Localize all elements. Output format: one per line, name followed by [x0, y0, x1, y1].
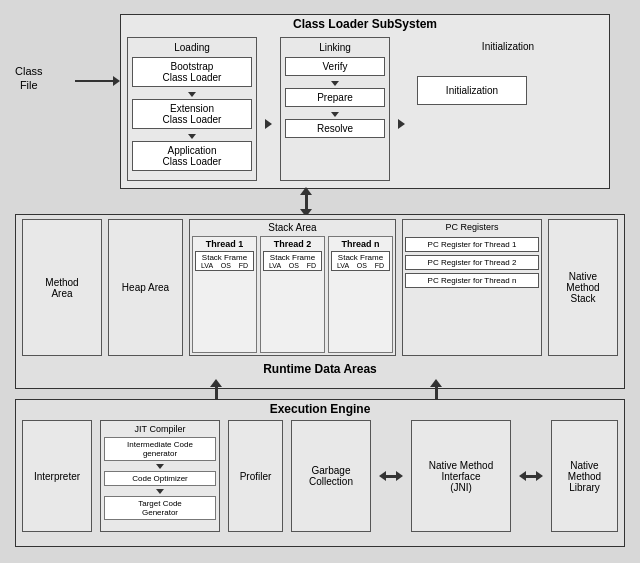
- native-method-stack: NativeMethodStack: [548, 219, 618, 356]
- extension-class-loader: ExtensionClass Loader: [132, 99, 252, 129]
- class-loader-subsystem: Class Loader SubSystem Loading Bootstrap…: [120, 14, 610, 189]
- pc-reg-thread-1: PC Register for Thread 1: [405, 237, 539, 252]
- thread-2: Thread 2 Stack Frame LVAOSFD: [260, 236, 325, 353]
- jit-compiler: JIT Compiler Intermediate Codegenerator …: [100, 420, 220, 532]
- initialization-section: Initialization Initialization: [413, 37, 603, 181]
- thread-n: Thread n Stack Frame LVAOSFD: [328, 236, 393, 353]
- gc-jni-arrow: [379, 420, 403, 532]
- intermediate-code-generator: Intermediate Codegenerator: [104, 437, 216, 461]
- class-file-label: ClassFile: [15, 64, 43, 93]
- thread-1: Thread 1 Stack Frame LVAOSFD: [192, 236, 257, 353]
- jni: Native MethodInterface(JNI): [411, 420, 511, 532]
- code-optimizer: Code Optimizer: [104, 471, 216, 486]
- execution-engine: Execution Engine Interpreter JIT Compile…: [15, 399, 625, 547]
- method-area: MethodArea: [22, 219, 102, 356]
- loading-section: Loading BootstrapClass Loader ExtensionC…: [127, 37, 257, 181]
- pc-registers: PC Registers PC Register for Thread 1 PC…: [402, 219, 542, 356]
- linking-init-arrow: [398, 67, 405, 181]
- bootstrap-class-loader: BootstrapClass Loader: [132, 57, 252, 87]
- native-method-library: Native MethodLibrary: [551, 420, 618, 532]
- garbage-collection: GarbageCollection: [291, 420, 371, 532]
- target-code-generator: Target CodeGenerator: [104, 496, 216, 520]
- interpreter: Interpreter: [22, 420, 92, 532]
- diagram: ClassFile Class Loader SubSystem Loading…: [10, 9, 630, 554]
- heap-area: Heap Area: [108, 219, 183, 356]
- resolve-box: Resolve: [285, 119, 385, 138]
- prepare-box: Prepare: [285, 88, 385, 107]
- stack-area: Stack Area Thread 1 Stack Frame LVAOSFD …: [189, 219, 396, 356]
- pc-reg-thread-2: PC Register for Thread 2: [405, 255, 539, 270]
- linking-section: Linking Verify Prepare Resolve: [280, 37, 390, 181]
- class-file-arrow: [75, 75, 120, 87]
- verify-box: Verify: [285, 57, 385, 76]
- application-class-loader: ApplicationClass Loader: [132, 141, 252, 171]
- class-loader-title: Class Loader SubSystem: [121, 15, 609, 33]
- loading-linking-arrow: [265, 67, 272, 181]
- runtime-title: Runtime Data Areas: [16, 360, 624, 378]
- profiler: Profiler: [228, 420, 283, 532]
- jni-nativelib-arrow: [519, 420, 543, 532]
- pc-reg-thread-n: PC Register for Thread n: [405, 273, 539, 288]
- cl-runtime-arrow: [300, 187, 312, 217]
- runtime-data-areas: MethodArea Heap Area Stack Area Thread 1…: [15, 214, 625, 389]
- initialization-box: Initialization: [417, 76, 527, 105]
